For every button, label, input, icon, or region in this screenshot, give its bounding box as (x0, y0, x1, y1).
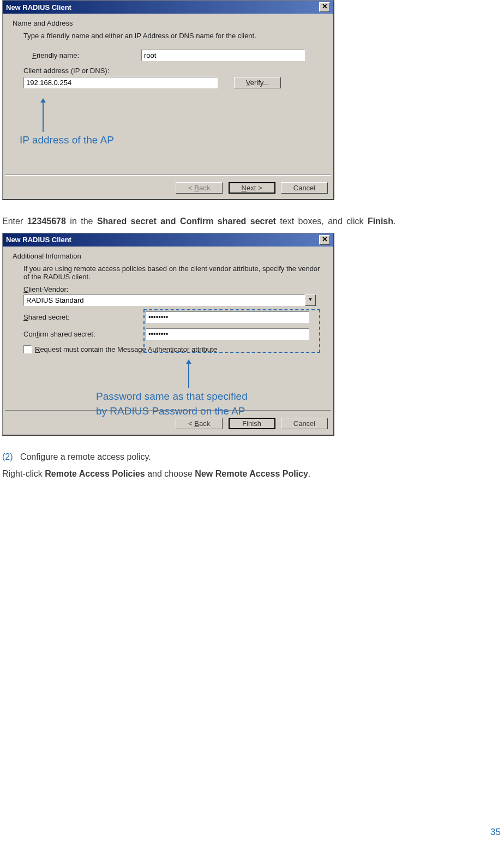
instruction-paragraph-2: Right-click Remote Access Policies and c… (2, 468, 502, 480)
back-button: < Back (176, 182, 223, 194)
friendly-name-label: Friendly name: (32, 51, 141, 59)
dialog-titlebar[interactable]: New RADIUS Client ✕ (3, 233, 333, 247)
cancel-button[interactable]: Cancel (281, 182, 328, 194)
annotation-ip-address: IP address of the AP (20, 134, 114, 146)
finish-button[interactable]: Finish (229, 418, 275, 429)
arrow-icon (188, 363, 189, 388)
dialog-title: New RADIUS Client (6, 236, 71, 244)
dialog-description: If you are using remote access policies … (23, 265, 323, 281)
new-radius-client-dialog-1: New RADIUS Client ✕ Name and Address Typ… (2, 0, 334, 200)
step-line: (2) Configure a remote access policy. (2, 451, 502, 463)
close-icon[interactable]: ✕ (319, 235, 330, 245)
cancel-button[interactable]: Cancel (281, 418, 328, 429)
shared-secret-label: Shared secret: (23, 313, 146, 321)
verify-button[interactable]: Verify... (234, 77, 281, 88)
confirm-shared-secret-label: Confirm shared secret: (23, 330, 146, 338)
annotation-highlight-box (143, 309, 320, 353)
client-address-input[interactable] (23, 77, 218, 88)
friendly-name-input[interactable] (141, 50, 305, 61)
annotation-password: Password same as that specified by RADIU… (96, 389, 248, 419)
close-icon[interactable]: ✕ (319, 2, 330, 12)
client-vendor-input[interactable] (23, 295, 305, 306)
page-number: 35 (490, 827, 501, 838)
back-button[interactable]: < Back (176, 418, 223, 429)
dialog-title: New RADIUS Client (6, 3, 71, 11)
section-title: Additional Information (13, 252, 323, 260)
dialog-titlebar[interactable]: New RADIUS Client ✕ (3, 1, 333, 14)
arrow-icon (43, 101, 44, 132)
message-authenticator-checkbox[interactable] (23, 345, 32, 353)
next-button[interactable]: Next > (229, 182, 275, 194)
instruction-paragraph-1: Enter 12345678 in the Shared secret and … (2, 215, 502, 227)
client-vendor-label: Client-Vendor: (23, 285, 323, 293)
client-vendor-combo[interactable]: ▼ (23, 295, 316, 306)
chevron-down-icon[interactable]: ▼ (305, 295, 316, 306)
section-title: Name and Address (13, 19, 323, 27)
client-address-label: Client address (IP or DNS): (23, 67, 323, 75)
dialog-description: Type a friendly name and either an IP Ad… (23, 32, 323, 40)
